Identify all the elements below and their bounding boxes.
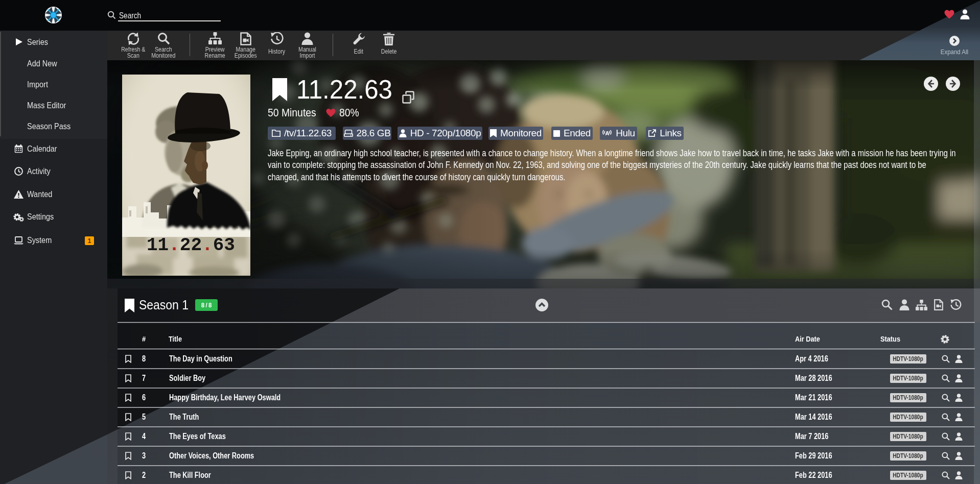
svg-text:A: A [605,130,610,136]
svg-text:11.22.63: 11.22.63 [147,235,235,256]
svg-text:11.22.63: 11.22.63 [296,75,392,104]
